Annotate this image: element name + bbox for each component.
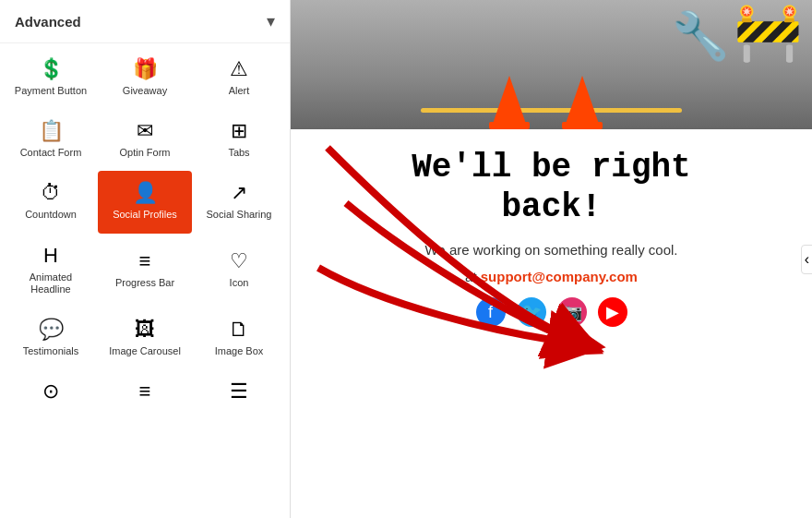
tabs-icon: ⊞ [231,121,247,141]
widget-giveaway[interactable]: 🎁Giveaway [98,47,192,109]
construction-icon: 🚧 [734,5,803,60]
payment-button-label: Payment Button [15,85,87,97]
progress-bar-label: Progress Bar [115,277,174,289]
instagram-icon[interactable]: 📷 [557,297,587,327]
widget-image-carousel[interactable]: 🖼Image Carousel [98,307,192,369]
image-carousel-icon: 🖼 [135,319,155,340]
w3-icon: ☰ [230,381,248,402]
panel-title: Advanced [15,14,81,30]
widget-social-profiles[interactable]: 👤Social Profiles [98,171,192,233]
contact-form-icon: 📋 [39,121,64,141]
contact-form-label: Contact Form [20,147,82,159]
youtube-icon[interactable]: ▶ [598,297,627,327]
widget-image-box[interactable]: 🗋Image Box [192,307,286,369]
widget-animated-headline[interactable]: HAnimated Headline [4,234,98,307]
tabs-label: Tabs [228,147,249,159]
contact-text: at support@company.com [328,269,775,284]
testimonials-label: Testimonials [23,345,79,357]
widget-payment-button[interactable]: 💲Payment Button [4,47,98,109]
widget-w2[interactable]: ≡ [98,369,192,414]
panel-collapse-btn[interactable]: ‹ [801,245,812,274]
payment-button-icon: 💲 [39,59,64,79]
widget-contact-form[interactable]: 📋Contact Form [4,109,98,171]
image-box-label: Image Box [215,345,264,357]
alert-label: Alert [229,85,250,97]
giveaway-icon: 🎁 [133,59,158,79]
widget-tabs[interactable]: ⊞Tabs [192,109,286,171]
testimonials-icon: 💬 [39,319,64,340]
widget-icon[interactable]: ♡Icon [192,234,286,307]
main-text: We'll be right back! [328,148,775,227]
optin-form-label: Optin Form [119,147,170,159]
sub-text: We are working on something really cool. [328,242,775,258]
animated-headline-label: Animated Headline [10,271,91,295]
right-panel: 🚧 🔧 We'll be right back! We are working … [291,0,812,518]
widget-grid: 💲Payment Button🎁Giveaway⚠Alert📋Contact F… [0,43,290,417]
animated-headline-icon: H [43,246,58,266]
scene-content: We'll be right back! We are working on s… [291,129,812,345]
icon-icon: ♡ [230,251,248,271]
image-carousel-label: Image Carousel [109,345,181,357]
w2-icon: ≡ [139,381,151,402]
construction-sign: 🔧 [672,9,729,63]
widget-social-sharing[interactable]: ↗Social Sharing [192,171,286,233]
widget-countdown[interactable]: ⏱Countdown [4,171,98,233]
widget-testimonials[interactable]: 💬Testimonials [4,307,98,369]
giveaway-label: Giveaway [123,85,167,97]
image-box-icon: 🗋 [229,319,249,340]
widget-alert[interactable]: ⚠Alert [192,47,286,109]
countdown-icon: ⏱ [41,183,61,203]
panel-collapse-icon[interactable]: ▾ [267,11,275,31]
social-sharing-label: Social Sharing [207,209,272,221]
alert-icon: ⚠ [230,59,248,79]
widget-optin-form[interactable]: ✉Optin Form [98,109,192,171]
optin-form-icon: ✉ [137,121,153,141]
panel-header: Advanced ▾ [0,0,290,43]
widget-progress-bar[interactable]: ≡Progress Bar [98,234,192,307]
social-icons-row: f 🐦 📷 ▶ [328,297,775,327]
twitter-icon[interactable]: 🐦 [517,297,546,327]
facebook-icon[interactable]: f [476,297,506,327]
scene-top: 🚧 🔧 [291,0,812,129]
progress-bar-icon: ≡ [139,251,151,271]
icon-label: Icon [230,277,249,289]
countdown-label: Countdown [25,209,77,221]
left-panel: Advanced ▾ 💲Payment Button🎁Giveaway⚠Aler… [0,0,291,518]
w1-icon: ⊙ [42,381,59,402]
widget-w3[interactable]: ☰ [192,369,286,414]
email-link[interactable]: support@company.com [481,269,638,284]
widget-w1[interactable]: ⊙ [4,369,98,414]
social-sharing-icon: ↗ [231,183,247,203]
preview-area: 🚧 🔧 We'll be right back! We are working … [291,0,812,518]
social-profiles-label: Social Profiles [113,209,177,221]
social-profiles-icon: 👤 [133,183,158,203]
